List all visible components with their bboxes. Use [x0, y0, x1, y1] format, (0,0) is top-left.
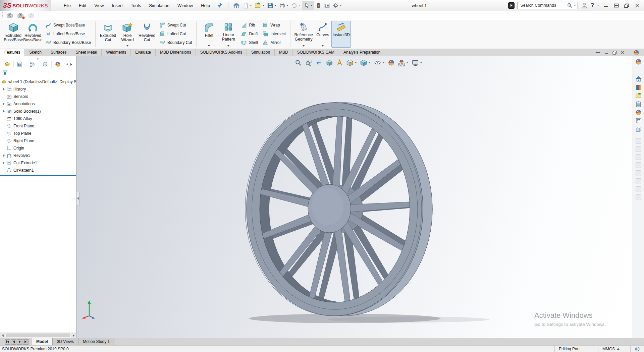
menu-tools[interactable]: Tools — [127, 0, 145, 11]
expander-icon[interactable] — [3, 88, 5, 91]
scroll-right-button[interactable] — [71, 333, 76, 338]
rollback-bar[interactable] — [0, 175, 76, 176]
appearances-scenes-tab[interactable] — [634, 108, 643, 116]
hole-wizard-dropdown[interactable] — [126, 45, 128, 47]
search-commands-input[interactable] — [520, 3, 567, 8]
tree-item-history[interactable]: History — [0, 85, 76, 93]
boundary-cut-button[interactable]: Boundary Cut — [158, 38, 194, 47]
menu-simulation[interactable]: Simulation — [145, 0, 173, 11]
tab-evaluate[interactable]: Evaluate — [131, 49, 156, 56]
draft-button[interactable]: Draft — [239, 30, 260, 38]
tab-mbd[interactable]: MBD — [275, 49, 293, 56]
tab-3d-views[interactable]: 3D Views — [53, 338, 78, 345]
help-dropdown[interactable] — [597, 5, 599, 6]
tab-motion-study-1[interactable]: Motion Study 1 — [78, 338, 114, 345]
expander-icon[interactable] — [3, 154, 5, 157]
close-ribbon-button[interactable] — [621, 51, 625, 54]
tab-mbd-dimensions[interactable]: MBD Dimensions — [156, 49, 196, 56]
color-swatch-icon[interactable] — [634, 58, 643, 66]
view-orientation-button[interactable] — [345, 59, 358, 67]
linear-pattern-dropdown[interactable] — [227, 45, 229, 47]
tab-surfaces[interactable]: Surfaces — [46, 49, 71, 56]
expander-icon[interactable] — [3, 110, 5, 113]
undo-button[interactable] — [290, 1, 302, 10]
hide-show-items-button[interactable] — [373, 59, 386, 67]
scroll-tabs-right-icon[interactable] — [70, 63, 72, 66]
extruded-cut-button[interactable]: Extruded Cut — [98, 21, 118, 48]
menu-insert[interactable]: Insert — [108, 0, 127, 11]
help-button[interactable]: ? — [591, 2, 594, 8]
restore-ribbon-button[interactable] — [612, 51, 617, 55]
tab-model[interactable]: Model — [32, 338, 53, 345]
search-icon[interactable] — [567, 3, 573, 8]
swept-cut-button[interactable]: Swept Cut — [158, 21, 194, 30]
open-button[interactable] — [253, 1, 266, 10]
move-commandmanager-button[interactable] — [595, 51, 600, 54]
expander-icon[interactable] — [3, 103, 5, 105]
tree-root-part[interactable]: wheel 1 (Default<<Default>_Display S — [0, 78, 76, 85]
fillet-dropdown[interactable] — [208, 45, 210, 47]
next-tab-button[interactable] — [17, 339, 22, 345]
tree-item-origin[interactable]: Origin — [0, 144, 76, 152]
expander-icon[interactable] — [3, 162, 5, 164]
custom-properties-tab[interactable] — [634, 117, 643, 125]
web-status-button[interactable] — [630, 346, 644, 352]
intersect-button[interactable]: Intersect — [261, 30, 287, 38]
tree-item-material[interactable]: 1060 Alloy — [0, 115, 76, 122]
revolved-boss-base-button[interactable]: Revolved Boss/Base — [23, 21, 43, 48]
tree-item-cirpattern1[interactable]: CirPattern1 — [0, 167, 76, 174]
select-tool-button[interactable] — [302, 1, 314, 10]
tree-horizontal-scrollbar[interactable] — [0, 333, 76, 338]
reference-geometry-dropdown[interactable] — [303, 45, 305, 47]
pin-menu-button[interactable] — [217, 3, 223, 8]
tree-item-top-plane[interactable]: Top Plane — [0, 130, 76, 137]
tab-simulation[interactable]: Simulation — [247, 49, 275, 56]
display-style-button[interactable] — [359, 59, 372, 67]
view-annotations-button[interactable] — [335, 59, 344, 67]
tab-weldments[interactable]: Weldments — [102, 49, 131, 56]
first-tab-button[interactable] — [5, 339, 10, 345]
solidworks-resources-tab[interactable] — [634, 75, 643, 83]
rebuild-button[interactable] — [314, 1, 323, 10]
minimize-button[interactable] — [602, 2, 609, 9]
wheel-3d-model[interactable] — [76, 56, 633, 338]
menu-edit[interactable]: Edit — [75, 0, 90, 11]
last-tab-button[interactable] — [23, 339, 29, 345]
curves-dropdown[interactable] — [322, 45, 324, 47]
file-explorer-tab[interactable] — [634, 92, 643, 100]
graphics-viewport[interactable]: Activate Windows Go to Settings to activ… — [76, 56, 633, 338]
restore-button[interactable] — [623, 2, 630, 9]
tree-item-cut-extrude1[interactable]: Cut-Extrude1 — [0, 159, 76, 167]
zoom-to-fit-button[interactable] — [294, 59, 303, 67]
minimize-ribbon-button[interactable] — [604, 51, 608, 54]
record-video-button[interactable] — [17, 12, 24, 19]
rib-button[interactable]: Rib — [239, 21, 260, 30]
options-button[interactable] — [331, 1, 343, 10]
tree-item-annotations[interactable]: Annotations — [0, 100, 76, 108]
save-button[interactable] — [266, 1, 278, 10]
menu-window[interactable]: Window — [173, 0, 197, 11]
apply-scene-button[interactable] — [397, 59, 410, 67]
print-button[interactable] — [278, 1, 290, 10]
tree-item-solid-bodies[interactable]: Solid Bodies(1) — [0, 108, 76, 115]
stop-video-button[interactable] — [28, 12, 35, 19]
tree-item-sensors[interactable]: Sensors — [0, 93, 76, 100]
lofted-cut-button[interactable]: Lofted Cut — [158, 30, 194, 38]
boundary-boss-base-button[interactable]: Boundary Boss/Base — [44, 38, 93, 47]
swept-boss-base-button[interactable]: Swept Boss/Base — [44, 21, 93, 30]
tab-propertymanager[interactable] — [13, 61, 26, 68]
lofted-boss-base-button[interactable]: Lofted Boss/Base — [44, 30, 93, 38]
new-document-button[interactable] — [241, 1, 253, 10]
scroll-left-button[interactable] — [0, 333, 5, 338]
panel-splitter[interactable] — [0, 56, 76, 61]
fillet-button[interactable]: Fillet — [199, 21, 219, 48]
solidworks-forum-tab[interactable] — [634, 125, 643, 133]
previous-view-button[interactable] — [315, 59, 324, 67]
tab-dimxpertmanager[interactable] — [39, 61, 52, 68]
instant3d-button[interactable]: Instant3D — [331, 21, 351, 48]
reference-geometry-button[interactable]: Reference Geometry — [293, 21, 314, 48]
tree-item-right-plane[interactable]: Right Plane — [0, 137, 76, 144]
tab-sheet-metal[interactable]: Sheet Metal — [71, 49, 102, 56]
mirror-button[interactable]: Mirror — [261, 38, 287, 47]
tab-features[interactable]: Features — [0, 49, 25, 56]
